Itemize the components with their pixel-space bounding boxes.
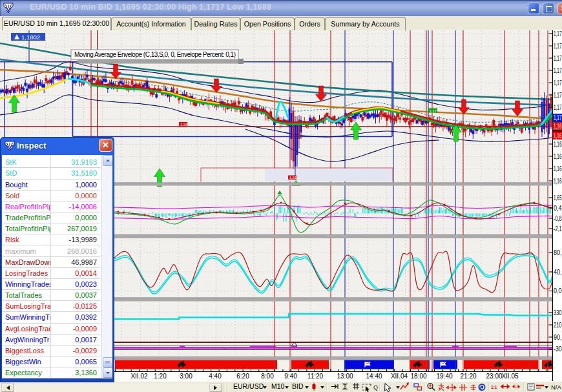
svg-text:1,17: 1,17	[554, 43, 562, 50]
svg-text:Q: Q	[373, 384, 378, 391]
svg-text:1,17: 1,17	[554, 79, 562, 87]
svg-text:1,17: 1,17	[554, 114, 562, 121]
svg-text:14:40: 14:40	[366, 373, 382, 380]
svg-text:23:00: 23:00	[486, 373, 502, 380]
svg-text:1,16: 1,16	[180, 123, 187, 127]
svg-text:1,16: 1,16	[554, 132, 562, 139]
svg-text:1,16: 1,16	[554, 178, 562, 185]
svg-text:1,16: 1,16	[554, 153, 562, 160]
svg-text:11:20: 11:20	[307, 373, 324, 380]
svg-text:330: 330	[554, 309, 562, 316]
svg-text:6:20: 6:20	[236, 373, 249, 380]
svg-text:1:1: 1:1	[491, 385, 497, 389]
svg-text:1,65: 1,65	[554, 194, 562, 201]
svg-text:N/A: N/A	[551, 384, 562, 391]
svg-text:21:20: 21:20	[460, 373, 476, 380]
svg-text:1,16: 1,16	[554, 141, 562, 148]
svg-text:BID: BID	[292, 382, 304, 390]
svg-text:90,: 90,	[554, 334, 562, 341]
svg-text:9:40: 9:40	[284, 373, 297, 380]
svg-text:40,: 40,	[554, 269, 562, 276]
svg-text:1,17: 1,17	[430, 109, 437, 113]
svg-text:19:40: 19:40	[436, 373, 452, 380]
svg-text:XII.05: XII.05	[501, 373, 519, 380]
svg-text:Moving Average Envelope (C,13,: Moving Average Envelope (C,13,S,0, 0, En…	[74, 51, 236, 58]
svg-text:XII.02: XII.02	[130, 373, 148, 380]
svg-text:EUR/USD: EUR/USD	[233, 382, 264, 390]
svg-text:1,16: 1,16	[554, 165, 562, 172]
svg-text:1,16: 1,16	[289, 176, 297, 180]
svg-text:18:00: 18:00	[410, 373, 426, 380]
svg-text:XII.04: XII.04	[391, 373, 408, 380]
svg-text:1:20: 1:20	[154, 373, 167, 380]
svg-text:0,0: 0,0	[554, 287, 562, 294]
svg-text:-30: -30	[554, 346, 562, 353]
svg-text:8:00: 8:00	[261, 373, 274, 380]
svg-text:1,17: 1,17	[554, 67, 562, 74]
svg-text:4:40: 4:40	[209, 373, 222, 380]
svg-text:-2,1: -2,1	[554, 225, 562, 232]
svg-text:1:1: 1:1	[515, 385, 520, 389]
svg-text:80,: 80,	[554, 249, 562, 256]
svg-text:210: 210	[554, 322, 562, 329]
svg-text:1,16: 1,16	[554, 123, 562, 130]
svg-text:1,1802: 1,1802	[21, 34, 40, 41]
svg-text:1,17: 1,17	[554, 92, 562, 99]
svg-text:1,17: 1,17	[554, 104, 562, 111]
svg-text:0,4: 0,4	[554, 205, 562, 212]
svg-text:-0,8: -0,8	[554, 215, 562, 222]
svg-text:1,17: 1,17	[554, 30, 562, 37]
svg-text:3:00: 3:00	[180, 373, 193, 380]
svg-text:M10: M10	[271, 382, 285, 390]
svg-text:1,17: 1,17	[554, 55, 562, 62]
svg-text:13:00: 13:00	[337, 373, 353, 380]
